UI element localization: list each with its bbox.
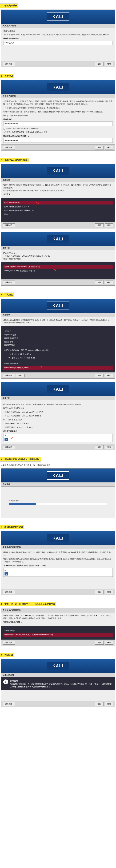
screenshot-button[interactable]: 屏幕截图 — [3, 223, 15, 227]
disk-line: SCSI3 (0,0,0) (sda) - VMware, VMware Vir… — [5, 255, 113, 257]
option-whole-disk[interactable]: 向导 - 使用整个磁盘 — [3, 201, 113, 205]
grub-no[interactable]: 否 — [4, 569, 112, 572]
back-button[interactable]: 返回 — [95, 374, 104, 377]
finish-info: i 安装完成 安装过程已然完成。并且您已经能够启动进入新安装的系统了。请确认已经… — [1, 677, 115, 690]
fullname-label: 请输入新用户的全名： — [3, 37, 113, 40]
pwd-p3: 根用户不应使用空白口令。如果您将此留空，根账户会被禁止使使入同时系统的初始账户会… — [3, 111, 113, 113]
screenshot-button[interactable]: 屏幕截图 — [3, 374, 15, 377]
panel-title: 安 GRUB 安装至硬盘 — [1, 545, 115, 549]
continue-button[interactable]: 继续 — [105, 374, 113, 377]
summary-list: 分区向导 软件 RAID 设置 配置逻辑卷管理器 配置加密卷 配置 iSCSI … — [1, 326, 115, 372]
back-button[interactable]: 返回 — [95, 702, 104, 706]
opt-no[interactable]: 否 — [4, 435, 112, 438]
install-body: 正在安装系统... — [1, 487, 115, 518]
continue-button[interactable]: 继续 — [105, 702, 113, 706]
write-body: 以下分区即将被格式化并写入磁盘中！警告将将来会永久删除数据，因此您将不得不在未来… — [1, 400, 115, 444]
continue-button[interactable]: 继续 — [105, 62, 113, 66]
screenshot-button[interactable]: 屏幕截图 — [3, 702, 15, 706]
cfg-raid[interactable]: 软件 RAID 设置 — [3, 333, 113, 337]
continue-button[interactable]: 继续 — [105, 590, 113, 594]
heading-8: 8、重要一定一定一定 选第二个！！！不然之后会安装失败 — [0, 602, 56, 607]
finish-row[interactable]: 结束分区设定并将修改写入磁盘 — [3, 366, 113, 370]
panel-title: 磁盘分区 — [1, 178, 115, 182]
fullname-input[interactable]: kali系统实战 — [3, 41, 113, 45]
partition-intro: 安装程序能够指导您采用各种标准方案进行磁盘分区。如果您喜欢，您也可以手动操作。如… — [1, 182, 115, 198]
panel-title: 磁盘分区 — [1, 396, 115, 400]
logo-text: KALI — [53, 387, 64, 392]
heading-7: 7、将GRUB安装至硬盘 — [0, 525, 24, 529]
logo-text: KALI — [53, 303, 64, 308]
continue-button[interactable]: 继续 — [105, 281, 113, 284]
cfg-guide[interactable]: 分区向导 — [3, 330, 113, 333]
write-q: 将改写入磁盘吗？ — [3, 430, 113, 433]
continue-button[interactable]: 继续 — [105, 223, 113, 227]
back-button[interactable]: 返回 — [95, 445, 104, 449]
part-row-1[interactable]: #1 主 52.6 GB f ext4 / — [7, 352, 113, 356]
heading-9: 9、大功告成 — [0, 653, 14, 657]
window-partition-method: KALI 磁盘分区 安装程序能够指导您采用各种标准方案进行磁盘分区。如果您喜欢，… — [1, 164, 115, 228]
option-separate[interactable]: /home, /var 和 /tmp 都分别放在不同分区 — [3, 269, 113, 273]
heading-4: 4、磁盘分区、使用整个磁盘 — [0, 158, 29, 162]
cfg-enc[interactable]: 配置加密卷 — [3, 340, 113, 344]
part-p2: 如果您选择使用分区向导对整个磁盘进行分区，下一步将请问您要使用哪个磁盘。 — [3, 189, 113, 192]
logo-text: KALI — [53, 237, 64, 241]
sel-p1: 已选择下列设备： — [3, 252, 113, 255]
grubdev-manual[interactable]: 手动输入设备 — [3, 629, 113, 632]
screenshot-button[interactable]: 屏幕截图 — [3, 445, 15, 449]
scheme-options: 将所有文件放在同一个分区中（推荐新手使用） ↘ /home, /var 和 /t… — [1, 262, 115, 279]
grub-yes[interactable]: 是 — [4, 572, 8, 576]
info-icon: i — [3, 679, 8, 684]
continue-button[interactable]: 继续 — [105, 445, 113, 449]
back-button[interactable]: 返回 — [95, 641, 104, 645]
panel-body: 请输入您的真名。 在这里填写你真名称可支持多种程序正确中显示。它可以被用在多处字… — [1, 28, 115, 61]
undo-row[interactable]: 撤消对分区的修改 — [3, 362, 113, 365]
screenshot-button[interactable]: 屏幕截图 — [3, 590, 15, 594]
grub-q: 将 GRUB 启动引导器安装到主引导记录（MBR）上吗？ — [3, 564, 113, 567]
grubdev-label: 安装启动引导器的设备： — [3, 621, 113, 624]
intro-text: 请输入您的真名。 — [3, 30, 113, 32]
logo-text: KALI — [53, 168, 64, 173]
grub-p1: 看起来新安装的系统将是这台计算机上唯一的操作系统。如果确实如此，您应该可以放心将… — [3, 551, 113, 557]
part-method-label: 分区方法： — [3, 193, 113, 196]
heading-2: 2、创建安全帐表 — [0, 3, 18, 8]
part-row-2[interactable]: #5 逻辑 1.1 GB f swap swap — [7, 356, 113, 360]
continue-button[interactable]: 继续 — [105, 146, 113, 150]
grub-dev-list: 手动输入设备 /dev/sda (ata-VMware_Virtual_S_1.… — [1, 626, 115, 640]
show-password-checkbox[interactable] — [3, 128, 5, 129]
continue-button[interactable]: 继续 — [105, 641, 113, 645]
grubdev-sda[interactable]: /dev/sda (ata-VMware_Virtual_S_1.0_00000… — [3, 633, 113, 637]
write-p1: 以下分区即将被格式化并写入磁盘中！警告将将来会永久删除数据，因此您将不得不在未来… — [3, 403, 113, 406]
logo-text: KALI — [53, 663, 64, 668]
pwd-input2[interactable]: •••••••••••••••••••••• — [3, 138, 113, 143]
window-installing: KALI 安装系统 正在安装系统... — [1, 468, 115, 518]
disk-row[interactable]: SCSI3 (0,0,0) (sda) - 53.7 GB VMware, VM… — [3, 348, 113, 352]
screenshot-button[interactable]: 屏幕截图 — [3, 62, 15, 66]
heading-6-sub: 如果配置虚拟机时分配磁盘空间不足，这个时候可能会卡死。 — [0, 464, 116, 467]
window-write-confirm: KALI 磁盘分区 以下分区即将被格式化并写入磁盘中！警告将将来会永久删除数据，… — [1, 382, 115, 450]
partition-options: 向导 - 使用整个磁盘 ↘ 向导 - 使用整个磁盘并配置 LVM 向导 - 使用… — [1, 198, 115, 222]
option-enc-lvm[interactable]: 向导 - 使用整个磁盘并配置加密的 LVM — [3, 209, 113, 213]
window-partition-summary: KALI 磁盘分区 这是您目前已配置的分区和挂载点的综合信息。请选择一个分区以修… — [1, 299, 115, 379]
option-all-one[interactable]: 将所有文件放在同一个分区中（推荐新手使用） — [3, 265, 113, 269]
opt-yes[interactable]: 是 — [4, 438, 8, 441]
help-button[interactable]: 帮助 — [16, 374, 25, 377]
screenshot-button[interactable]: 屏幕截图 — [3, 641, 15, 645]
panel-title: 设置用户和密码 — [1, 94, 115, 98]
pwd-p4: 请注意，您将不会看到所输密码。 — [3, 114, 113, 117]
back-button[interactable]: 返回 — [95, 146, 104, 150]
logo-box: KALI — [47, 12, 69, 21]
pwd-input1[interactable]: •••••••••••••••••••••• — [3, 122, 113, 126]
cfg-iscsi[interactable]: 配置 iSCSI 卷 — [3, 344, 113, 347]
logo-text: KALI — [53, 85, 64, 89]
pwd-p5: 为了保证您的密码正确无误，请再次输入相同的 root 密码。 — [3, 131, 113, 134]
back-button[interactable]: 返回 — [95, 281, 104, 284]
back-button[interactable]: 返回 — [95, 223, 104, 227]
option-lvm[interactable]: 向导 - 使用整个磁盘并配置 LVM — [3, 205, 113, 209]
option-manual[interactable]: 手动 — [3, 213, 113, 216]
screenshot-button[interactable]: 屏幕截图 — [3, 281, 15, 284]
back-button[interactable]: 返回 — [95, 590, 104, 594]
screenshot-button[interactable]: 屏幕截图 — [3, 146, 15, 150]
cfg-lvm[interactable]: 配置逻辑卷管理器 — [3, 337, 113, 340]
progress-bar — [9, 503, 107, 505]
back-button[interactable]: 返回 — [95, 62, 104, 66]
